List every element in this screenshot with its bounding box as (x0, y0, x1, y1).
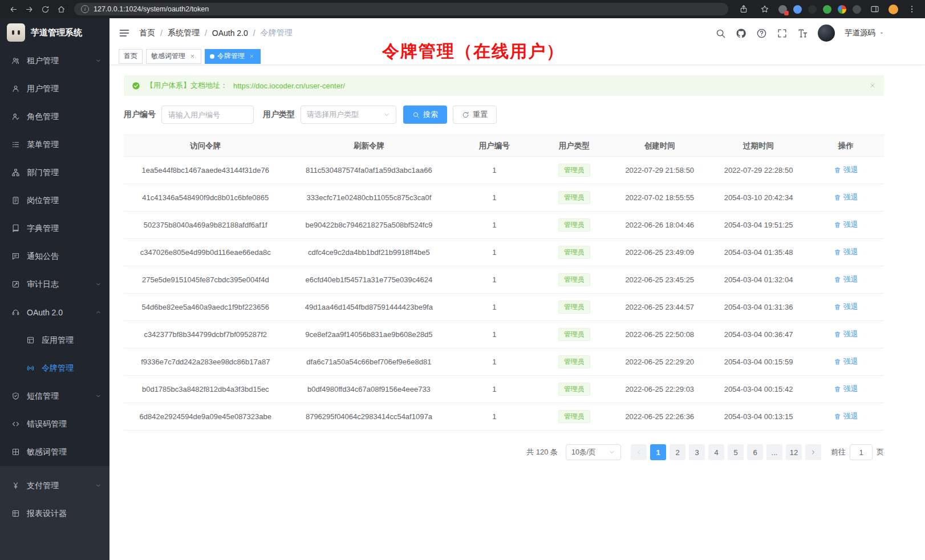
forward-icon[interactable] (22, 2, 36, 17)
page-ellipsis-button[interactable]: ... (766, 444, 782, 460)
force-logout-button[interactable]: 强退 (834, 220, 858, 230)
fullscreen-button[interactable] (777, 28, 788, 39)
success-check-icon (132, 82, 140, 90)
column-header: 创建时间 (610, 135, 709, 157)
page-4-button[interactable]: 4 (708, 444, 724, 460)
tab-oauth2-token[interactable]: 令牌管理 (205, 49, 261, 64)
home-icon[interactable] (54, 2, 68, 17)
bookmark-star-icon[interactable] (757, 2, 772, 17)
page-size-select[interactable]: 10条/页 (566, 444, 621, 460)
sidebar-item-user[interactable]: 用户管理 (0, 75, 109, 103)
share-icon[interactable] (736, 2, 751, 17)
sidebar-item-error-code[interactable]: 错误码管理 (0, 410, 109, 438)
url-bar[interactable]: i 127.0.0.1:1024/system/oauth2/token (74, 3, 728, 15)
user-type-badge: 管理员 (558, 164, 590, 177)
refresh-token-cell: 811c530487574fa0af1a59d3abc1aa66 (287, 157, 451, 184)
page-2-button[interactable]: 2 (670, 444, 685, 460)
sidebar-item-tenant[interactable]: 租户管理 (0, 47, 109, 75)
site-info-icon[interactable]: i (81, 5, 89, 13)
expires-at-cell: 2022-07-29 22:28:50 (709, 157, 808, 184)
sidebar-item-post[interactable]: 岗位管理 (0, 186, 109, 214)
sidebar-item-dict[interactable]: 字典管理 (0, 214, 109, 242)
doc-link[interactable]: https://doc.iocoder.cn/user-center/ (233, 82, 345, 90)
trash-icon (834, 221, 841, 229)
force-logout-button[interactable]: 强退 (834, 192, 858, 202)
force-logout-button[interactable]: 强退 (834, 411, 858, 421)
reload-icon[interactable] (38, 2, 52, 17)
user-id-cell: 1 (451, 239, 538, 266)
breadcrumb-item[interactable]: 首页 (139, 28, 155, 38)
dict-icon (11, 224, 20, 233)
page-1-button[interactable]: 1 (650, 444, 666, 460)
page-5-button[interactable]: 5 (728, 444, 744, 460)
breadcrumb-item[interactable]: 系统管理 (168, 28, 200, 38)
page-12-button[interactable]: 12 (786, 444, 802, 460)
tab-sensitive-word[interactable]: 敏感词管理 (146, 49, 201, 64)
browser-menu-icon[interactable] (904, 2, 919, 17)
user-id-input[interactable] (161, 105, 254, 124)
side-panel-icon[interactable] (867, 2, 882, 17)
header-tools (715, 28, 808, 39)
sidebar-item-label: 审计日志 (27, 279, 59, 290)
created-at-cell: 2022-07-29 21:58:50 (610, 157, 709, 184)
browser-profile-avatar[interactable] (889, 5, 898, 14)
sidebar-fold-icon[interactable] (119, 27, 130, 39)
access-token-cell: f9336e7c7dd242a283ee98dc86b17a87 (124, 348, 287, 376)
force-logout-button[interactable]: 强退 (834, 302, 858, 312)
sidebar-item-role[interactable]: 角色管理 (0, 103, 109, 131)
tab-close-icon[interactable] (188, 52, 196, 60)
sidebar-item-sensitive-word[interactable]: 敏感词管理 (0, 438, 109, 466)
next-page-button[interactable] (805, 444, 821, 460)
sidebar-item-pay[interactable]: 支付管理 (0, 472, 109, 500)
force-logout-button[interactable]: 强退 (834, 165, 858, 175)
breadcrumb-item[interactable]: OAuth 2.0 (212, 29, 248, 38)
sidebar-item-oauth2-app[interactable]: 应用管理 (0, 326, 109, 354)
sidebar-item-notice[interactable]: 通知公告 (0, 242, 109, 270)
extension-icon[interactable] (823, 5, 831, 14)
tab-close-icon[interactable] (248, 52, 255, 60)
app-logo[interactable]: 芋道管理系统 (0, 18, 109, 47)
sidebar-item-menu[interactable]: 菜单管理 (0, 131, 109, 159)
extension-icon[interactable] (853, 5, 861, 14)
token-icon (26, 364, 35, 372)
user-avatar[interactable] (818, 25, 835, 42)
sidebar-item-dept[interactable]: 部门管理 (0, 159, 109, 186)
force-logout-button[interactable]: 强退 (834, 274, 858, 285)
back-icon[interactable] (6, 2, 21, 17)
page-3-button[interactable]: 3 (689, 444, 705, 460)
user-id-cell: 1 (451, 212, 538, 239)
trash-icon (834, 413, 841, 420)
extension-icon[interactable] (808, 5, 817, 14)
extension-icon[interactable] (838, 5, 846, 14)
user-type-cell: 管理员 (538, 321, 610, 348)
extension-icon[interactable] (793, 5, 802, 14)
app-title: 芋道管理系统 (31, 27, 82, 38)
force-logout-button[interactable]: 强退 (834, 329, 858, 339)
sidebar-item-audit-log[interactable]: 审计日志 (0, 270, 109, 298)
sidebar-item-oauth2[interactable]: OAuth 2.0 (0, 298, 109, 326)
font-size-button[interactable] (797, 28, 808, 39)
force-logout-button[interactable]: 强退 (834, 247, 858, 257)
search-button[interactable]: 搜索 (403, 105, 447, 124)
user-type-select[interactable]: 请选择用户类型 (301, 105, 396, 124)
search-button[interactable] (715, 28, 726, 39)
pagination: 共 120 条 10条/页 123456...12 前往 页 (124, 444, 884, 460)
question-button[interactable] (756, 28, 767, 39)
alert-close-icon[interactable] (869, 82, 876, 89)
tab-home[interactable]: 首页 (119, 49, 143, 64)
column-header: 用户编号 (451, 135, 538, 157)
user-menu[interactable]: 芋道源码 (845, 28, 885, 38)
extension-icon[interactable] (778, 5, 787, 14)
goto-page-input[interactable] (850, 444, 873, 460)
github-button[interactable] (736, 28, 747, 39)
user-type-cell: 管理员 (538, 348, 610, 376)
force-logout-button[interactable]: 强退 (834, 384, 858, 394)
sidebar-item-sms[interactable]: 短信管理 (0, 382, 109, 410)
page-6-button[interactable]: 6 (747, 444, 763, 460)
sidebar-item-report[interactable]: 报表设计器 (0, 500, 109, 527)
expires-at-cell: 2054-03-04 00:15:59 (709, 348, 808, 376)
sidebar-item-oauth2-token[interactable]: 令牌管理 (0, 354, 109, 382)
force-logout-button[interactable]: 强退 (834, 356, 858, 367)
reset-button[interactable]: 重置 (453, 105, 497, 124)
prev-page-button[interactable] (631, 444, 647, 460)
